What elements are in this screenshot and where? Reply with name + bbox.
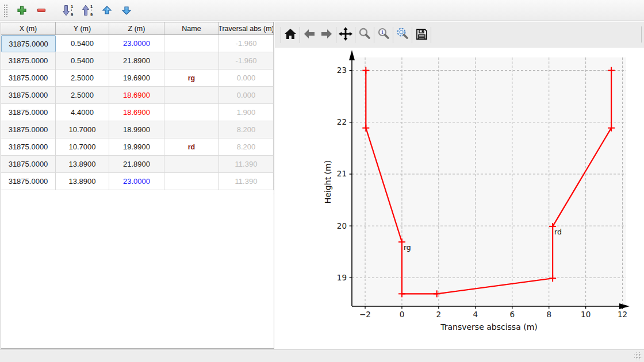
x-tick-label: 6 bbox=[509, 310, 515, 319]
axes-background bbox=[352, 57, 626, 306]
forward-button[interactable] bbox=[318, 25, 335, 45]
table-cell-y[interactable]: 0.5400 bbox=[56, 35, 109, 52]
table-cell-traversal[interactable]: 8.200 bbox=[219, 138, 274, 156]
y-tick-label: 22 bbox=[337, 117, 347, 126]
x-tick-label: 4 bbox=[473, 310, 478, 319]
column-header-z[interactable]: Z (m) bbox=[109, 22, 164, 34]
y-axis-label: Height (m) bbox=[323, 160, 332, 203]
table-row: 31875.00004.400018.69001.900 bbox=[1, 104, 274, 121]
table-cell-z[interactable]: 23.0000 bbox=[109, 173, 164, 190]
y-tick-label: 21 bbox=[337, 169, 347, 178]
svg-text:9: 9 bbox=[71, 12, 73, 17]
table-cell-z[interactable]: 18.6900 bbox=[109, 87, 164, 104]
y-axis-arrow bbox=[349, 50, 355, 60]
table-cell-traversal[interactable]: 0.000 bbox=[219, 70, 274, 87]
remove-row-button[interactable] bbox=[32, 2, 51, 19]
zoom-button[interactable] bbox=[356, 25, 373, 45]
table-cell-name[interactable]: rd bbox=[164, 138, 219, 156]
svg-text:1: 1 bbox=[90, 4, 93, 9]
x-axis-label: Transverse abscissa (m) bbox=[440, 322, 538, 332]
column-header-x[interactable]: X (m) bbox=[1, 22, 56, 34]
table-cell-y[interactable]: 13.8900 bbox=[56, 156, 109, 173]
pan-button[interactable] bbox=[337, 25, 354, 45]
table-cell-name[interactable] bbox=[164, 104, 219, 121]
move-down-button[interactable] bbox=[117, 2, 136, 19]
table-cell-z[interactable]: 18.6900 bbox=[109, 104, 164, 121]
plot-canvas[interactable]: −20246810121920212223Transverse abscissa… bbox=[275, 48, 644, 349]
status-bar bbox=[0, 349, 644, 362]
x-tick-label: 8 bbox=[546, 310, 551, 319]
column-header-y[interactable]: Y (m) bbox=[56, 22, 109, 34]
table-cell-x[interactable]: 31875.0000 bbox=[1, 138, 56, 156]
back-button[interactable] bbox=[301, 25, 318, 45]
point-annotation: rd bbox=[554, 228, 562, 236]
save-button[interactable] bbox=[413, 25, 430, 45]
svg-text:1: 1 bbox=[71, 4, 73, 9]
table-cell-z[interactable]: 18.9900 bbox=[109, 121, 164, 138]
table-cell-z[interactable]: 19.9900 bbox=[109, 138, 164, 156]
table-cell-x[interactable]: 31875.0000 bbox=[1, 52, 56, 70]
table-cell-x[interactable]: 31875.0000 bbox=[1, 35, 56, 52]
table-cell-traversal[interactable]: 11.390 bbox=[219, 156, 274, 173]
table-cell-y[interactable]: 13.8900 bbox=[56, 173, 109, 190]
table-cell-name[interactable]: rg bbox=[164, 70, 219, 87]
table-cell-y[interactable]: 2.5000 bbox=[56, 87, 109, 104]
table-cell-name[interactable] bbox=[164, 173, 219, 190]
point-annotation: rg bbox=[404, 243, 411, 252]
x-tick-label: 0 bbox=[400, 310, 405, 319]
sort-ascending-button[interactable]: 1 9 bbox=[58, 2, 78, 19]
toolbar-drag-handle[interactable] bbox=[3, 3, 7, 17]
table-cell-x[interactable]: 31875.0000 bbox=[1, 87, 56, 104]
table-cell-y[interactable]: 10.7000 bbox=[56, 121, 109, 138]
table-row: 31875.00000.540023.0000-1.960 bbox=[1, 35, 274, 52]
table-cell-name[interactable] bbox=[164, 52, 219, 70]
column-header-name[interactable]: Name bbox=[164, 22, 219, 34]
zoom-selection-button[interactable] bbox=[394, 25, 411, 45]
table-cell-x[interactable]: 31875.0000 bbox=[1, 104, 56, 121]
x-tick-label: 2 bbox=[436, 310, 442, 319]
home-button[interactable] bbox=[282, 25, 299, 45]
table-cell-z[interactable]: 21.8900 bbox=[109, 52, 164, 70]
pan-icon bbox=[338, 26, 353, 44]
sort-descending-button[interactable]: 1 9 bbox=[78, 2, 97, 19]
table-cell-x[interactable]: 31875.0000 bbox=[1, 70, 56, 87]
table-cell-y[interactable]: 2.5000 bbox=[56, 70, 109, 87]
y-tick-label: 20 bbox=[337, 221, 347, 230]
sort-descending-icon: 1 9 bbox=[81, 4, 94, 17]
table-row: 31875.00000.540021.8900-1.960 bbox=[1, 52, 274, 70]
window-resize-grip[interactable] bbox=[634, 352, 642, 360]
table-body: 31875.00000.540023.0000-1.96031875.00000… bbox=[1, 35, 274, 190]
x-tick-label: 10 bbox=[581, 310, 591, 319]
table-cell-x[interactable]: 31875.0000 bbox=[1, 156, 56, 173]
table-cell-name[interactable] bbox=[164, 156, 219, 173]
table-cell-z[interactable]: 19.6900 bbox=[109, 70, 164, 87]
back-icon bbox=[302, 27, 316, 43]
table-cell-z[interactable]: 21.8900 bbox=[109, 156, 164, 173]
points-table: X (m)Y (m)Z (m)NameTraversal abs (m) 318… bbox=[1, 22, 274, 349]
table-cell-x[interactable]: 31875.0000 bbox=[1, 173, 56, 190]
table-cell-traversal[interactable]: 0.000 bbox=[219, 87, 274, 104]
table-cell-z[interactable]: 23.0000 bbox=[109, 35, 164, 52]
table-cell-traversal[interactable]: 11.390 bbox=[219, 173, 274, 190]
table-cell-traversal[interactable]: -1.960 bbox=[219, 35, 274, 52]
table-cell-y[interactable]: 0.5400 bbox=[56, 52, 109, 70]
y-tick-label: 23 bbox=[337, 66, 347, 75]
table-cell-traversal[interactable]: 1.900 bbox=[219, 104, 274, 121]
add-icon bbox=[17, 5, 27, 16]
table-cell-y[interactable]: 10.7000 bbox=[56, 138, 109, 156]
table-cell-y[interactable]: 4.4000 bbox=[56, 104, 109, 121]
table-cell-name[interactable] bbox=[164, 87, 219, 104]
table-cell-x[interactable]: 31875.0000 bbox=[1, 121, 56, 138]
table-cell-traversal[interactable]: 8.200 bbox=[219, 121, 274, 138]
column-header-traversal[interactable]: Traversal abs (m) bbox=[219, 22, 274, 34]
table-cell-name[interactable] bbox=[164, 121, 219, 138]
x-tick-label: −2 bbox=[359, 310, 371, 319]
table-cell-name[interactable] bbox=[164, 35, 219, 52]
move-up-button[interactable] bbox=[97, 2, 117, 19]
table-cell-traversal[interactable]: -1.960 bbox=[219, 52, 274, 70]
add-row-button[interactable] bbox=[12, 2, 32, 19]
zoom-original-button[interactable]: 1 bbox=[375, 25, 392, 45]
move-up-icon bbox=[102, 5, 112, 16]
forward-icon bbox=[320, 27, 334, 43]
remove-icon bbox=[36, 5, 47, 16]
